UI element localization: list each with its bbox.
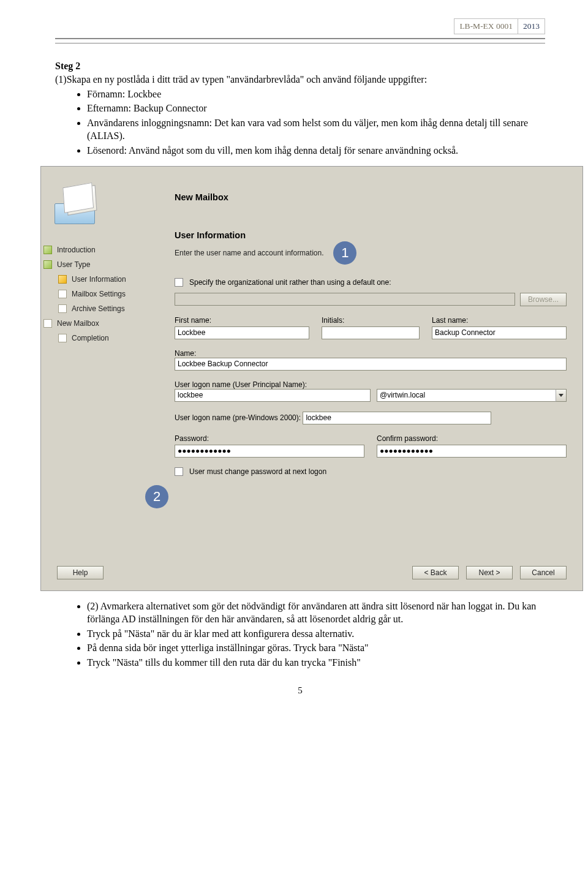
step-new-mailbox: New Mailbox [43,316,160,331]
specify-ou-checkbox[interactable] [175,278,183,287]
header-rule [55,43,545,43]
bullet-item: (2) Avmarkera alternativet som gör det n… [87,600,545,626]
step-mailbox-settings: Mailbox Settings [58,287,160,301]
first-name-input[interactable] [175,326,309,339]
specify-ou-row: Specify the organizational unit rather t… [175,278,567,287]
wizard-sidebar: Introduction User Type User Information … [41,167,160,559]
step-user-type: User Type [43,257,160,272]
must-change-label: User must change password at next logon [189,467,326,476]
new-mailbox-wizard: Introduction User Type User Information … [40,166,583,591]
back-button[interactable]: < Back [412,566,459,579]
bullet-item: Tryck "Nästa" tills du kommer till den r… [87,656,545,669]
password-input[interactable] [175,445,364,458]
bullet-item: Efternamn: Backup Connector [87,102,545,115]
chevron-down-icon[interactable] [556,389,567,402]
step-intro: (1)Skapa en ny postlåda i ditt träd av t… [55,73,545,86]
step-title: Steg 2 [55,61,545,72]
last-name-label: Last name: [432,316,567,325]
pre2000-label: User logon name (pre-Windows 2000): [175,413,301,422]
specify-ou-label: Specify the organizational unit rather t… [189,278,391,287]
step-introduction: Introduction [43,243,160,257]
initials-label: Initials: [322,316,420,325]
wizard-content: New Mailbox User Information Enter the u… [160,167,582,559]
step-archive-settings: Archive Settings [58,301,160,316]
help-button[interactable]: Help [57,566,104,579]
bullet-item: Förnamn: Lockbee [87,88,545,101]
first-name-label: First name: [175,316,309,325]
section-title: User Information [175,230,567,240]
name-label: Name: [175,349,196,358]
ou-path-input [175,293,515,306]
next-button[interactable]: Next > [466,566,513,579]
wizard-steps: Introduction User Type User Information … [52,243,160,345]
callout-2: 2 [145,485,168,508]
upn-domain-select[interactable] [377,389,567,402]
pre2000-input[interactable] [303,412,491,424]
section-subtitle: Enter the user name and account informat… [175,249,323,257]
upn-input[interactable] [175,389,371,402]
doc-code: LB-M-EX 0001 [454,18,518,34]
bullet-item: Lösenord: Använd något som du vill, men … [87,144,545,157]
after-bullets: (2) Avmarkera alternativet som gör det n… [55,600,545,669]
wizard-title: New Mailbox [175,192,567,202]
callout-1: 1 [333,241,356,265]
password-label: Password: [175,434,364,443]
bullet-item: Tryck på "Nästa" när du är klar med att … [87,627,545,641]
bullet-item: På denna sida bör inget ytterliga instäl… [87,641,545,655]
confirm-password-input[interactable] [377,445,567,458]
step-user-information: User Information [58,272,160,287]
upn-label: User logon name (User Principal Name): [175,380,307,389]
bullet-item: Användarens inloggningsnamn: Det kan var… [87,116,545,143]
page-header: LB-M-EX 0001 2013 [55,18,545,39]
initials-input[interactable] [322,326,420,339]
last-name-input[interactable] [432,326,567,339]
doc-year: 2013 [518,18,545,34]
cancel-button[interactable]: Cancel [520,566,567,579]
page-number: 5 [55,685,545,696]
browse-button[interactable]: Browse... [520,293,567,306]
step-completion: Completion [58,331,160,345]
confirm-password-label: Confirm password: [377,434,567,443]
must-change-checkbox[interactable] [175,467,183,476]
step-bullets: Förnamn: Lockbee Efternamn: Backup Conne… [55,88,545,157]
must-change-row: User must change password at next logon [175,467,567,476]
name-input[interactable] [175,358,567,371]
mailbox-icon [55,187,99,224]
svg-marker-0 [559,394,564,397]
